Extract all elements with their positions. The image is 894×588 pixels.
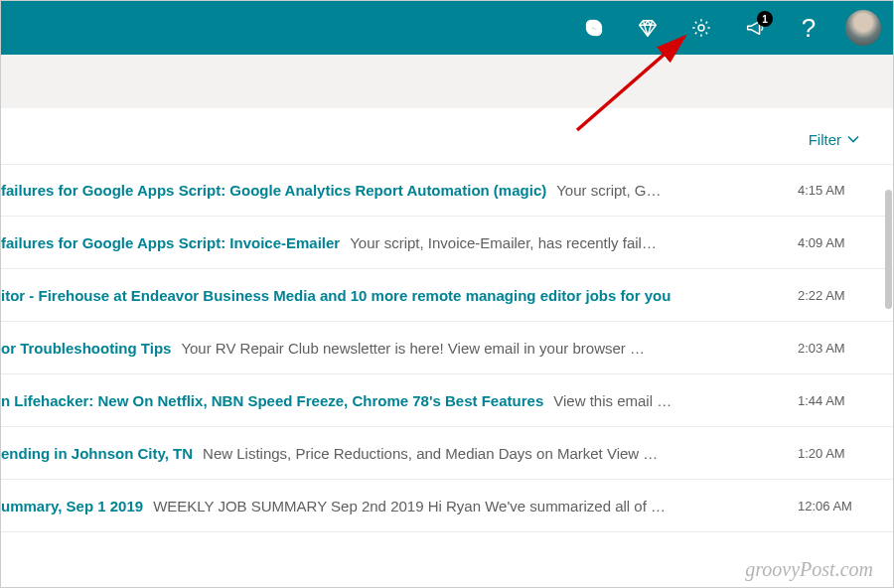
email-row[interactable]: failures for Google Apps Script: Invoice… bbox=[1, 217, 893, 269]
svg-point-4 bbox=[698, 25, 704, 31]
email-subject: or Troubleshooting Tips bbox=[1, 340, 171, 357]
email-subject: failures for Google Apps Script: Invoice… bbox=[1, 234, 340, 251]
diamond-icon[interactable] bbox=[625, 5, 670, 51]
email-time: 12:06 AM bbox=[798, 499, 859, 514]
email-text: n Lifehacker: New On Netflix, NBN Speed … bbox=[1, 392, 778, 409]
email-preview: Your script, G… bbox=[556, 182, 661, 199]
email-time: 4:15 AM bbox=[798, 183, 859, 198]
email-time: 1:20 AM bbox=[798, 446, 859, 461]
email-time: 2:22 AM bbox=[798, 288, 859, 303]
email-text: or Troubleshooting TipsYour RV Repair Cl… bbox=[1, 340, 778, 357]
filter-button[interactable]: Filter bbox=[809, 131, 859, 148]
email-row[interactable]: ending in Johnson City, TNNew Listings, … bbox=[1, 427, 893, 480]
megaphone-icon[interactable]: 1 bbox=[732, 5, 778, 51]
settings-gear-icon[interactable] bbox=[678, 5, 724, 51]
email-list: failures for Google Apps Script: Google … bbox=[1, 164, 893, 532]
email-row[interactable]: n Lifehacker: New On Netflix, NBN Speed … bbox=[1, 374, 893, 427]
email-text: itor - Firehouse at Endeavor Business Me… bbox=[1, 287, 778, 304]
email-text: ending in Johnson City, TNNew Listings, … bbox=[1, 445, 778, 462]
email-preview: New Listings, Price Reductions, and Medi… bbox=[203, 445, 658, 462]
svg-text:S: S bbox=[590, 22, 597, 36]
email-row[interactable]: ummary, Sep 1 2019WEEKLY JOB SUMMARY Sep… bbox=[1, 480, 893, 532]
email-row[interactable]: itor - Firehouse at Endeavor Business Me… bbox=[1, 269, 893, 322]
email-preview: WEEKLY JOB SUMMARY Sep 2nd 2019 Hi Ryan … bbox=[153, 498, 666, 514]
email-row[interactable]: or Troubleshooting TipsYour RV Repair Cl… bbox=[1, 322, 893, 374]
watermark: groovyPost.com bbox=[745, 558, 873, 581]
email-subject: n Lifehacker: New On Netflix, NBN Speed … bbox=[1, 392, 543, 409]
email-text: failures for Google Apps Script: Invoice… bbox=[1, 234, 778, 251]
filter-row: Filter bbox=[1, 108, 893, 164]
email-subject: itor - Firehouse at Endeavor Business Me… bbox=[1, 287, 670, 304]
email-text: ummary, Sep 1 2019WEEKLY JOB SUMMARY Sep… bbox=[1, 498, 778, 514]
scrollbar-thumb[interactable] bbox=[885, 190, 892, 309]
email-subject: ummary, Sep 1 2019 bbox=[1, 498, 143, 514]
email-time: 4:09 AM bbox=[798, 235, 859, 250]
avatar[interactable] bbox=[845, 10, 881, 46]
notification-badge: 1 bbox=[757, 11, 773, 27]
email-preview: View this email … bbox=[553, 392, 671, 409]
email-preview: Your RV Repair Club newsletter is here! … bbox=[181, 340, 645, 357]
email-subject: ending in Johnson City, TN bbox=[1, 445, 193, 462]
app-header: S 1 ? bbox=[1, 1, 893, 55]
email-time: 1:44 AM bbox=[798, 393, 859, 408]
help-icon[interactable]: ? bbox=[786, 5, 831, 51]
email-time: 2:03 AM bbox=[798, 341, 859, 356]
skype-icon[interactable]: S bbox=[571, 5, 617, 51]
email-text: failures for Google Apps Script: Google … bbox=[1, 182, 778, 199]
filter-label: Filter bbox=[809, 131, 841, 148]
email-preview: Your script, Invoice-Emailer, has recent… bbox=[350, 234, 657, 251]
chevron-down-icon bbox=[847, 133, 859, 145]
email-subject: failures for Google Apps Script: Google … bbox=[1, 182, 546, 199]
command-bar bbox=[1, 55, 893, 108]
email-row[interactable]: failures for Google Apps Script: Google … bbox=[1, 164, 893, 217]
